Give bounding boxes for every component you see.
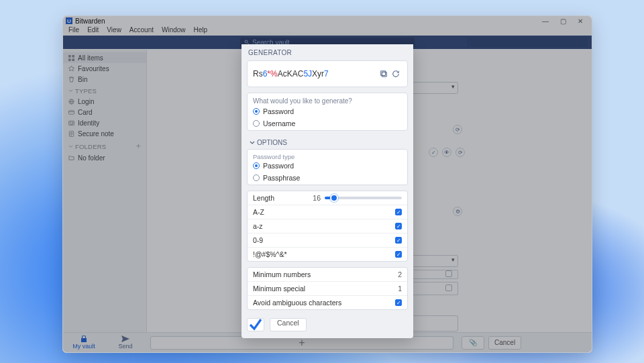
generate-question: What would you like to generate? xyxy=(248,93,407,106)
radio-gen-username[interactable]: Username xyxy=(248,118,407,130)
length-row: Length 16 xyxy=(248,191,407,205)
az-upper-row[interactable]: A-Z✓ xyxy=(248,205,407,219)
length-value: 16 xyxy=(313,194,321,202)
check-icon xyxy=(248,317,264,333)
svg-rect-11 xyxy=(381,71,386,76)
radio-icon xyxy=(253,162,260,169)
checkbox-icon: ✓ xyxy=(395,223,402,229)
modal-title: GENERATOR xyxy=(241,44,413,60)
modal-cancel-button[interactable]: Cancel xyxy=(270,318,307,331)
generated-password: Rs6*%AcKAC5JXyr7 xyxy=(253,69,378,79)
app-window: U Bitwarden — ▢ ✕ File Edit View Account… xyxy=(62,15,592,353)
az-lower-row[interactable]: a-z✓ xyxy=(248,219,407,233)
digits-row[interactable]: 0-9✓ xyxy=(248,233,407,247)
radio-gen-password[interactable]: Password xyxy=(248,106,407,118)
checkbox-icon: ✓ xyxy=(395,251,402,258)
generator-modal: GENERATOR Rs6*%AcKAC5JXyr7 What would yo… xyxy=(241,44,413,338)
length-slider[interactable] xyxy=(325,197,402,199)
refresh-icon xyxy=(392,70,400,78)
copy-button[interactable] xyxy=(378,68,390,80)
options-toggle[interactable]: OPTIONS xyxy=(247,136,408,149)
checkbox-icon: ✓ xyxy=(395,237,402,244)
avoid-ambiguous-row[interactable]: Avoid ambiguous characters✓ xyxy=(248,295,407,309)
chevron-down-icon xyxy=(250,140,255,146)
radio-type-password[interactable]: Password xyxy=(248,160,407,172)
radio-icon xyxy=(253,120,260,127)
radio-icon xyxy=(253,174,260,181)
password-type-label: Password type xyxy=(248,150,407,160)
radio-icon xyxy=(253,108,260,115)
checkbox-icon: ✓ xyxy=(395,299,402,306)
confirm-button[interactable] xyxy=(247,318,264,331)
svg-rect-10 xyxy=(382,72,386,76)
radio-type-passphrase[interactable]: Passphrase xyxy=(248,172,407,185)
min-special-row: Minimum special1 xyxy=(248,281,407,295)
symbols-row[interactable]: !@#$%^&*✓ xyxy=(248,247,407,261)
min-numbers-row: Minimum numbers2 xyxy=(248,268,407,281)
regenerate-button[interactable] xyxy=(390,68,402,80)
checkbox-icon: ✓ xyxy=(395,209,402,215)
copy-icon xyxy=(380,70,388,78)
